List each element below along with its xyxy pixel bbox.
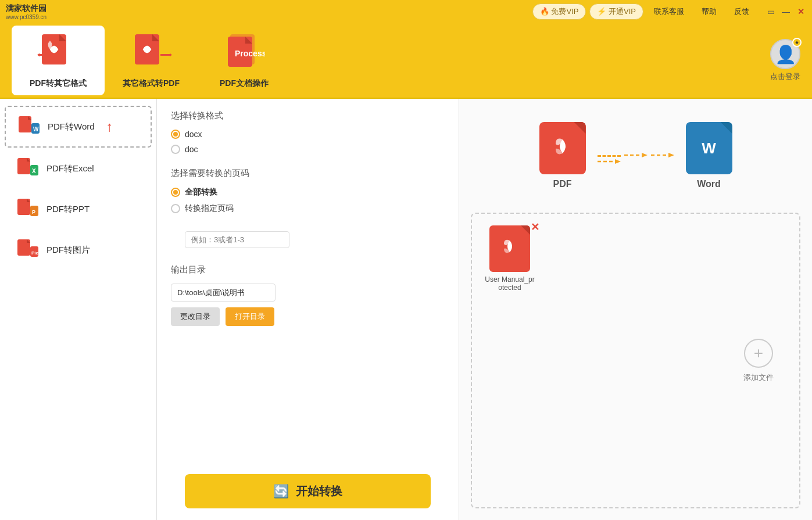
toolbar-item3-label: PDF文档操作 xyxy=(220,78,269,89)
pdf-to-image-icon: Pic xyxy=(16,238,40,261)
page-all-option[interactable]: 全部转换 xyxy=(171,187,445,198)
word-conv-label: Word xyxy=(697,179,721,189)
page-specific-radio[interactable] xyxy=(171,204,180,213)
pdf-ops-icon: Process xyxy=(223,32,265,74)
page-specific-option[interactable]: 转换指定页码 xyxy=(171,203,445,214)
app-logo: 满家软件园 www.pc0359.cn xyxy=(6,3,46,20)
format-docx-label: docx xyxy=(185,130,202,139)
file-remove-button[interactable]: ✕ xyxy=(529,221,541,232)
avatar: 👤 ★ xyxy=(770,39,800,69)
app-subtitle: www.pc0359.cn xyxy=(6,14,46,20)
format-docx-dot xyxy=(173,132,178,137)
title-bar: 满家软件园 www.pc0359.cn 🔥 免费VIP ⚡ 开通VIP 联系客服… xyxy=(0,0,812,23)
file-upload-zone[interactable]: ✕ User Manual_protected + 添加文件 xyxy=(471,213,800,508)
pdf-to-excel-icon: X xyxy=(16,157,40,180)
svg-text:X: X xyxy=(32,168,36,174)
feedback-button[interactable]: 反馈 xyxy=(727,4,756,19)
arrow1 xyxy=(598,155,621,157)
start-convert-button[interactable]: 🔄 开始转换 xyxy=(185,474,431,508)
options-panel: 选择转换格式 docx doc 选择需要转换的页码 xyxy=(157,99,459,520)
title-bar-right: 🔥 免费VIP ⚡ 开通VIP 联系客服 帮助 反馈 ▭ — ✕ xyxy=(532,3,806,20)
user-area[interactable]: 👤 ★ 点击登录 xyxy=(770,39,800,82)
options-container: 选择转换格式 docx doc 选择需要转换的页码 xyxy=(171,110,445,508)
page-all-dot xyxy=(173,190,178,195)
toolbar-item1-label: PDF转其它格式 xyxy=(30,78,87,89)
page-radio-group: 全部转换 转换指定页码 xyxy=(171,187,445,214)
output-section: 输出目录 更改目录 打开目录 xyxy=(171,264,445,326)
page-all-label: 全部转换 xyxy=(185,187,217,198)
pdf-source-icon xyxy=(539,122,586,174)
output-path-input[interactable] xyxy=(171,284,276,302)
window-controls: ▭ — ✕ xyxy=(766,6,806,17)
sidebar-item-pdf-to-word[interactable]: W PDF转Word ↑ xyxy=(5,106,152,148)
conversion-arrows xyxy=(598,150,674,161)
toolbar-item2-label: 其它格式转PDF xyxy=(123,78,180,89)
svg-rect-2 xyxy=(40,54,49,56)
format-doc-radio[interactable] xyxy=(171,145,180,154)
page-range-input[interactable] xyxy=(185,231,289,248)
format-doc-option[interactable]: doc xyxy=(171,145,445,154)
help-button[interactable]: 帮助 xyxy=(695,4,724,19)
open-vip-button[interactable]: ⚡ 开通VIP xyxy=(589,3,643,20)
add-file-label: 添加文件 xyxy=(743,372,774,383)
sidebar-item-excel-label: PDF转Excel xyxy=(46,163,94,174)
app-title: 满家软件园 xyxy=(6,3,46,14)
svg-marker-3 xyxy=(37,53,40,57)
page-all-radio[interactable] xyxy=(171,188,180,197)
svg-marker-29 xyxy=(615,159,621,164)
start-label: 开始转换 xyxy=(296,483,342,499)
svg-text:Process: Process xyxy=(235,49,265,58)
toolbar-item-pdf-ops[interactable]: Process PDF文档操作 xyxy=(198,26,291,95)
start-icon: 🔄 xyxy=(273,484,289,499)
output-buttons: 更改目录 打开目录 xyxy=(171,307,445,326)
file-drop-area: PDF xyxy=(459,99,812,520)
word-letter: W xyxy=(702,139,716,157)
page-section-title: 选择需要转换的页码 xyxy=(171,168,445,179)
format-radio-group: docx doc xyxy=(171,130,445,154)
pdf-to-other-icon xyxy=(37,32,79,74)
pdf-conv-label: PDF xyxy=(553,179,572,189)
pdf-to-word-icon: W xyxy=(17,115,41,138)
format-docx-option[interactable]: docx xyxy=(171,130,445,139)
conversion-visual: PDF xyxy=(471,110,800,201)
window-minimize-button[interactable]: — xyxy=(781,6,791,17)
sidebar-arrow-icon: ↑ xyxy=(106,119,113,135)
free-vip-button[interactable]: 🔥 免费VIP xyxy=(532,3,586,20)
title-bar-left: 满家软件园 www.pc0359.cn xyxy=(6,3,46,20)
word-target-icon: W xyxy=(686,122,732,174)
content-split: 选择转换格式 docx doc 选择需要转换的页码 xyxy=(157,99,812,520)
main-content: W PDF转Word ↑ X PDF转Excel xyxy=(0,99,812,520)
window-close-button[interactable]: ✕ xyxy=(796,6,806,17)
open-dir-button[interactable]: 打开目录 xyxy=(226,307,274,326)
window-restore-button[interactable]: ▭ xyxy=(766,6,776,17)
add-file-button[interactable]: + 添加文件 xyxy=(735,339,782,383)
file-name-label: User Manual_protected xyxy=(484,275,536,292)
sidebar-item-ppt-label: PDF转PPT xyxy=(46,204,90,215)
svg-marker-7 xyxy=(170,53,172,57)
sidebar-item-pdf-to-ppt[interactable]: P PDF转PPT xyxy=(5,189,152,229)
contact-button[interactable]: 联系客服 xyxy=(647,4,691,19)
file-pdf-icon xyxy=(489,225,530,272)
other-to-pdf-icon xyxy=(130,32,172,74)
avatar-icon: 👤 xyxy=(775,44,796,64)
format-section-title: 选择转换格式 xyxy=(171,110,445,121)
format-doc-label: doc xyxy=(185,145,198,154)
change-dir-button[interactable]: 更改目录 xyxy=(171,307,220,326)
toolbar-item-other-to-pdf[interactable]: 其它格式转PDF xyxy=(105,26,198,95)
toolbar-item-pdf-to-other[interactable]: PDF转其它格式 xyxy=(12,26,105,95)
svg-text:Pic: Pic xyxy=(31,250,39,256)
sidebar: W PDF转Word ↑ X PDF转Excel xyxy=(0,99,157,520)
pdf-conv-icon-wrap: PDF xyxy=(539,122,586,189)
sidebar-item-image-label: PDF转图片 xyxy=(46,245,90,256)
svg-text:W: W xyxy=(33,126,39,132)
sidebar-item-pdf-to-excel[interactable]: X PDF转Excel xyxy=(5,149,152,188)
page-specific-label: 转换指定页码 xyxy=(185,203,234,214)
add-file-plus-icon: + xyxy=(744,339,773,368)
sidebar-item-pdf-to-image[interactable]: Pic PDF转图片 xyxy=(5,230,152,270)
word-conv-icon-wrap: W Word xyxy=(686,122,732,189)
avatar-badge: ★ xyxy=(792,38,802,47)
file-item: ✕ User Manual_protected xyxy=(484,225,536,292)
format-docx-radio[interactable] xyxy=(171,130,180,139)
toolbar: PDF转其它格式 其它格式转PDF Process PDF文档操作 xyxy=(0,23,812,99)
sidebar-item-label: PDF转Word xyxy=(48,121,95,132)
